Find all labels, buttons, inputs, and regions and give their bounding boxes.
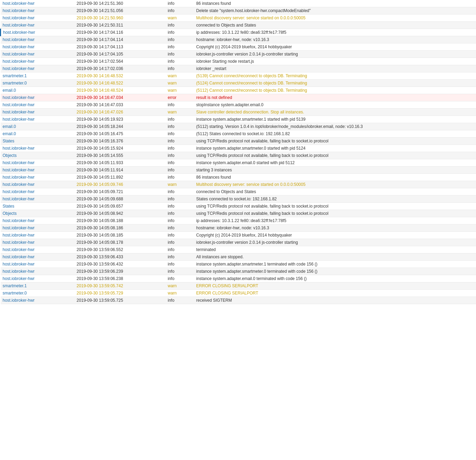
log-source[interactable]: host.iobroker-hwr [1,232,75,239]
log-source[interactable]: email.0 [1,123,75,130]
log-level: info [166,268,194,275]
log-time: 2019-09-30 14:05:08.186 [75,224,166,232]
log-time: 2019-09-30 14:05:09.721 [75,188,166,196]
log-source[interactable]: smartmeter.0 [1,290,75,297]
log-source[interactable]: host.iobroker-hwr [1,116,75,123]
log-source[interactable]: host.iobroker-hwr [1,196,75,203]
log-level: info [166,116,194,123]
log-source[interactable]: host.iobroker-hwr [1,14,75,22]
log-source[interactable]: host.iobroker-hwr [1,145,75,152]
log-level: info [166,138,194,145]
log-source[interactable]: host.iobroker-hwr [1,7,75,14]
table-row: host.iobroker-hwr2019-09-30 14:17:04.116… [1,29,476,36]
log-message: 86 instances found [194,0,476,7]
log-source[interactable]: smartmeter.1 [1,282,75,290]
table-row: host.iobroker-hwr2019-09-30 14:05:19.923… [1,116,476,123]
log-source[interactable]: host.iobroker-hwr [1,101,75,109]
table-row: host.iobroker-hwr2019-09-30 14:16:47.026… [1,109,476,116]
table-row: email.02019-09-30 14:16:48.524warn(5112)… [1,87,476,94]
log-level: info [166,174,194,181]
table-row: smartmeter.02019-09-30 13:59:05.729warnE… [1,290,476,297]
log-source[interactable]: email.0 [1,87,75,94]
log-message: (5112) Cannot connect/reconnect to objec… [194,87,476,94]
log-source[interactable]: host.iobroker-hwr [1,253,75,261]
table-row: host.iobroker-hwr2019-09-30 14:05:08.188… [1,217,476,224]
log-level: info [166,101,194,109]
log-source[interactable]: host.iobroker-hwr [1,275,75,282]
log-message: stopInstance system.adapter.email.0 [194,101,476,109]
table-row: host.iobroker-hwr2019-09-30 13:59:05.725… [1,297,476,304]
log-source[interactable]: Objects [1,152,75,159]
log-level: info [166,152,194,159]
log-time: 2019-09-30 14:05:16.376 [75,138,166,145]
log-level: info [166,65,194,72]
log-level: info [166,29,194,36]
log-source[interactable]: host.iobroker-hwr [1,261,75,268]
log-source[interactable]: host.iobroker-hwr [1,167,75,174]
table-row: host.iobroker-hwr2019-09-30 13:59:06.433… [1,253,476,261]
table-row: States2019-09-30 14:05:16.376infousing T… [1,138,476,145]
log-time: 2019-09-30 14:05:09.688 [75,196,166,203]
log-message: iobroker Starting node restart.js [194,58,476,65]
log-source[interactable]: host.iobroker-hwr [1,36,75,43]
log-source[interactable]: smartmeter.0 [1,80,75,87]
log-message: ERROR CLOSING SERIALPORT [194,290,476,297]
log-source[interactable]: host.iobroker-hwr [1,0,75,7]
log-level: info [166,239,194,246]
log-source[interactable]: Objects [1,210,75,217]
log-time: 2019-09-30 14:17:02.564 [75,58,166,65]
log-time: 2019-09-30 14:05:18.244 [75,123,166,130]
log-message: (5139) Cannot connect/reconnect to objec… [194,72,476,80]
table-row: email.02019-09-30 14:05:18.244info(5112)… [1,123,476,130]
log-source[interactable]: host.iobroker-hwr [1,217,75,224]
log-time: 2019-09-30 14:05:08.178 [75,239,166,246]
log-time: 2019-09-30 14:17:04.113 [75,43,166,51]
log-time: 2019-09-30 14:16:47.033 [75,101,166,109]
log-time: 2019-09-30 14:21:51.360 [75,0,166,7]
log-source[interactable]: smartmeter.1 [1,72,75,80]
log-source[interactable]: email.0 [1,130,75,138]
log-message: hostname: iobroker-hwr, node: v10.16.3 [194,36,476,43]
log-message: (5124) Cannot connect/reconnect to objec… [194,80,476,87]
log-source[interactable]: host.iobroker-hwr [1,268,75,275]
log-source[interactable]: host.iobroker-hwr [1,109,75,116]
log-source[interactable]: States [1,138,75,145]
table-row: host.iobroker-hwr2019-09-30 14:05:11.914… [1,167,476,174]
log-source[interactable]: host.iobroker-hwr [1,246,75,253]
log-source[interactable]: host.iobroker-hwr [1,188,75,196]
log-source[interactable]: host.iobroker-hwr [1,65,75,72]
log-source[interactable]: host.iobroker-hwr [1,159,75,167]
log-source[interactable]: host.iobroker-hwr [1,51,75,58]
log-level: info [166,167,194,174]
table-row: host.iobroker-hwr2019-09-30 14:17:04.105… [1,51,476,58]
log-source[interactable]: host.iobroker-hwr [1,29,75,36]
log-source[interactable]: host.iobroker-hwr [1,58,75,65]
log-level: info [166,210,194,217]
table-row: host.iobroker-hwr2019-09-30 14:05:15.924… [1,145,476,152]
log-source[interactable]: States [1,203,75,210]
log-message: (5112) starting. Version 1.0.4 in /opt/i… [194,123,476,130]
log-level: info [166,159,194,167]
log-level: info [166,196,194,203]
log-message: connected to Objects and States [194,22,476,29]
log-source[interactable]: host.iobroker-hwr [1,94,75,101]
log-time: 2019-09-30 14:16:48.522 [75,80,166,87]
log-source[interactable]: host.iobroker-hwr [1,181,75,188]
log-level: info [166,188,194,196]
log-source[interactable]: host.iobroker-hwr [1,297,75,304]
log-level: warn [166,87,194,94]
log-source[interactable]: host.iobroker-hwr [1,174,75,181]
log-message: terminated [194,246,476,253]
log-source[interactable]: host.iobroker-hwr [1,224,75,232]
table-row: smartmeter.02019-09-30 14:16:48.522warn(… [1,80,476,87]
table-row: host.iobroker-hwr2019-09-30 14:05:11.933… [1,159,476,167]
log-source[interactable]: host.iobroker-hwr [1,43,75,51]
log-time: 2019-09-30 14:05:11.933 [75,159,166,167]
log-source[interactable]: host.iobroker-hwr [1,239,75,246]
log-source[interactable]: host.iobroker-hwr [1,22,75,29]
log-time: 2019-09-30 13:59:06.432 [75,261,166,268]
table-row: host.iobroker-hwr2019-09-30 13:59:06.432… [1,261,476,268]
log-message: Multihost discovery server: service star… [194,14,476,22]
log-level: warn [166,282,194,290]
log-message: instance system.adapter.email.0 terminat… [194,275,476,282]
